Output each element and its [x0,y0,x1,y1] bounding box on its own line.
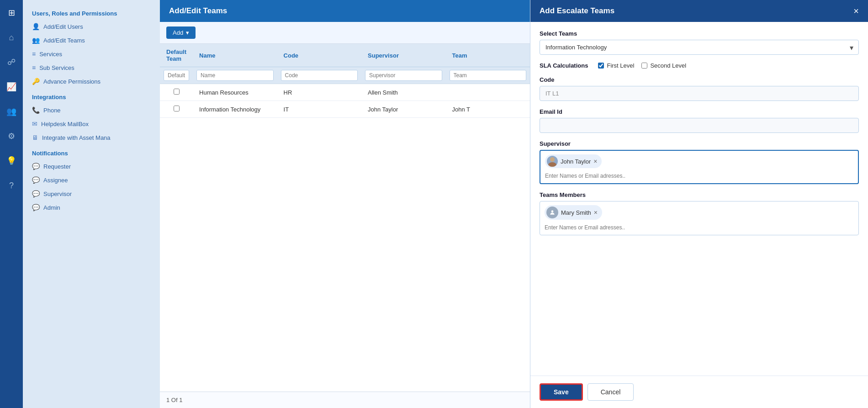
teams-members-multi-select[interactable]: Mary Smith × [540,201,859,235]
member-remove-tag[interactable]: × [594,209,598,216]
sidebar-item-integrate-asset[interactable]: 🖥 Integrate with Asset Mana [23,131,160,144]
sidebar-item-label: Helpdesk MailBox [41,121,89,127]
sidebar-item-admin[interactable]: 💬 Admin [23,201,160,214]
supervisor-field: Supervisor John Taylor × [540,140,859,184]
sidebar-item-label: Services [39,51,62,58]
sidebar-item-advance-permissions[interactable]: 🔑 Advance Permissions [23,74,160,88]
col-code: Code [277,44,361,67]
supervisor-input[interactable] [545,173,853,179]
help-icon[interactable]: ? [3,177,20,194]
email-input[interactable] [540,118,859,133]
sidebar-item-requester[interactable]: 💬 Requester [23,159,160,173]
permissions-icon: 🔑 [32,78,40,85]
code-field: Code [540,76,859,101]
supervisor-multi-select[interactable]: John Taylor × [540,150,859,184]
select-teams-field: Select Teams Information Technology Huma… [540,30,859,55]
settings-icon[interactable]: ⚙ [3,128,20,144]
main-modal: Add/Edit Teams Add ▾ Default Team Name C… [160,0,530,408]
checkbox-cell-2 [160,101,193,118]
icon-bar: ⊞ ⌂ ☍ 📈 👥 ⚙ 💡 ? [0,0,23,408]
chart-icon[interactable]: 📈 [3,79,20,95]
sidebar-item-label: Assignee [43,177,68,184]
admin-icon: 💬 [32,204,40,211]
save-button[interactable]: Save [540,383,583,401]
right-panel-header: Add Escalate Teams × [530,0,868,22]
sidebar-item-services[interactable]: ≡ Services [23,47,160,61]
filter-team-input[interactable] [450,70,526,81]
sidebar-item-label: Sub Services [39,64,74,71]
table-row[interactable]: Information Technology IT John Taylor Jo… [160,101,530,118]
sidebar-item-add-edit-teams[interactable]: 👥 Add/Edit Teams [23,33,160,47]
member-tag: Mary Smith × [545,205,602,220]
filter-supervisor-input[interactable] [365,70,442,81]
row1-team [446,84,530,101]
search-icon[interactable]: ☍ [3,54,20,70]
row1-code: HR [277,84,361,101]
modal-toolbar: Add ▾ [160,22,530,44]
supervisor-remove-tag[interactable]: × [593,158,597,164]
email-label: Email Id [540,108,859,115]
sla-second-level-checkbox[interactable] [641,63,647,69]
home-icon[interactable]: ⌂ [3,29,20,46]
row1-checkbox[interactable] [174,89,180,95]
teams-members-input[interactable] [545,224,854,231]
sla-second-level-label: Second Level [650,62,686,69]
sidebar-item-assignee[interactable]: 💬 Assignee [23,173,160,187]
close-button[interactable]: × [853,6,859,16]
sidebar-item-add-edit-users[interactable]: 👤 Add/Edit Users [23,20,160,33]
select-teams-wrapper: Information Technology Human Resources [540,40,859,55]
sidebar-item-helpdesk-mailbox[interactable]: ✉ Helpdesk MailBox [23,117,160,131]
sub-services-icon: ≡ [32,64,36,71]
sidebar-item-label: Phone [43,107,61,114]
assignee-icon: 💬 [32,176,40,184]
row2-checkbox[interactable] [174,106,180,111]
sidebar-item-supervisor[interactable]: 💬 Supervisor [23,187,160,201]
table-header-row: Default Team Name Code Supervisor Team [160,44,530,67]
filter-name-input[interactable] [196,70,273,81]
select-teams-label: Select Teams [540,30,859,37]
table-filter-row [160,67,530,84]
requester-icon: 💬 [32,163,40,170]
add-button[interactable]: Add ▾ [166,26,196,39]
code-input[interactable] [540,86,859,101]
sla-second-level-option[interactable]: Second Level [641,62,686,69]
filter-default-team-input[interactable] [164,70,189,81]
code-label: Code [540,76,859,83]
sla-first-level-option[interactable]: First Level [598,62,634,69]
supervisor-icon: 💬 [32,190,40,197]
right-panel-title: Add Escalate Teams [540,6,614,16]
member-tag-name: Mary Smith [561,209,591,216]
filter-supervisor-cell [361,67,445,84]
table-row[interactable]: Human Resources HR Allen Smith [160,84,530,101]
row2-name: Information Technology [193,101,277,118]
sidebar-item-phone[interactable]: 📞 Phone [23,103,160,117]
filter-code-input[interactable] [281,70,358,81]
lightbulb-icon[interactable]: 💡 [3,153,20,169]
right-panel: Add Escalate Teams × Select Teams Inform… [530,0,868,408]
grid-icon[interactable]: ⊞ [3,5,20,21]
filter-team-cell [446,67,530,84]
row2-supervisor: John Taylor [361,101,445,118]
sidebar-item-sub-services[interactable]: ≡ Sub Services [23,61,160,74]
filter-name-cell [193,67,277,84]
sidebar-item-label: Integrate with Asset Mana [42,134,111,141]
select-teams-dropdown[interactable]: Information Technology Human Resources [540,40,859,55]
users-icon[interactable]: 👥 [3,103,20,120]
add-label: Add [173,29,183,36]
mail-icon: ✉ [32,120,37,127]
sidebar-item-label: Add/Edit Users [43,23,83,30]
sidebar-item-label: Admin [43,204,60,211]
teams-members-field: Teams Members Mary Smith × [540,191,859,235]
svg-point-0 [551,210,554,212]
teams-icon: 👥 [32,37,40,44]
sidebar-item-label: Requester [43,163,71,170]
row1-supervisor: Allen Smith [361,84,445,101]
services-icon: ≡ [32,50,36,58]
col-name: Name [193,44,277,67]
cancel-button[interactable]: Cancel [587,383,634,401]
sla-first-level-checkbox[interactable] [598,63,604,69]
modal-header: Add/Edit Teams [160,0,530,22]
filter-code-cell [277,67,361,84]
phone-icon: 📞 [32,106,40,114]
asset-icon: 🖥 [32,134,38,141]
